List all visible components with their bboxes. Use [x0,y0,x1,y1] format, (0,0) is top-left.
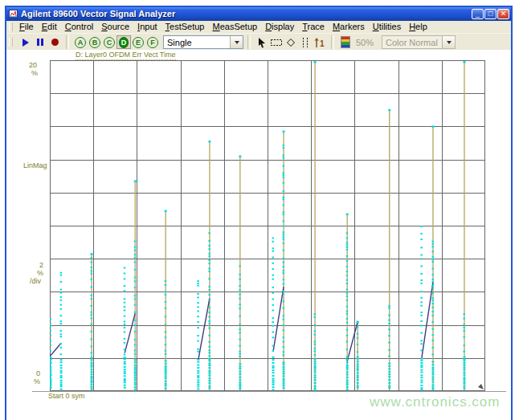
scale-per-div-unit: % [37,269,43,277]
menu-testsetup[interactable]: TestSetup [161,22,209,32]
record-button[interactable] [47,35,62,49]
menu-meassetup[interactable]: MeasSetup [208,22,261,32]
scale-per-div-value: 2 [39,261,43,269]
color-mode-dropdown-button[interactable] [442,36,455,48]
trace-select-group: A B C D E F Single [70,34,247,51]
sweep-mode-combobox[interactable]: Single [163,35,243,49]
pause-icon [37,39,43,46]
x-axis-start-label: Start 0 sym [48,392,85,400]
selection-box-icon [270,37,283,48]
play-button[interactable] [18,35,33,49]
trace-d-button[interactable]: D [116,35,131,49]
chevron-down-icon [447,41,452,44]
y-axis-max-label: 20 [29,61,37,69]
toolbar: A B C D E F Single [6,34,511,51]
toolbar-separator [66,35,69,49]
y-axis-min-unit: % [34,377,40,385]
display-tools-group: 50% Color Normal [335,34,459,51]
window-title: Agilent 89600 Vector Signal Analyzer [21,10,471,18]
chart-client-area: D: Layer0 OFDM Err Vect Time 20 % LinMag… [6,50,511,420]
band-markers-icon [300,37,310,48]
transport-group [15,34,65,51]
selection-box-tool-button[interactable] [269,35,284,49]
menu-source[interactable]: Source [97,22,133,32]
y-axis-format-label: LinMag [23,161,47,169]
scale-per-div-suffix: /div [30,277,41,285]
app-icon [9,10,18,18]
y-axis-min-label: 0 [36,369,40,377]
menu-control[interactable]: Control [61,22,97,32]
y-axis-max-unit: % [31,69,38,77]
x-axis-baseline [32,391,506,392]
menu-input[interactable]: Input [133,22,161,32]
trace-e-button[interactable]: E [131,35,145,49]
offset-marker-tool-button[interactable]: 1 [313,35,327,49]
toolbar-separator [247,35,251,49]
toolbar-separator [331,35,334,49]
trace-f-button[interactable]: F [145,35,160,49]
pause-button[interactable] [33,35,47,49]
menu-help[interactable]: Help [405,22,431,32]
menu-file[interactable]: File [15,22,38,32]
minimize-button[interactable]: _ [472,9,484,19]
watermark-text: www.cntronics.com [370,394,500,410]
color-palette-icon [341,36,350,48]
menu-trace[interactable]: Trace [298,22,329,32]
trace-a-button[interactable]: A [73,35,88,49]
menu-grip [9,22,13,31]
record-icon [51,39,59,46]
title-bar[interactable]: Agilent 89600 Vector Signal Analyzer _ □… [6,7,511,21]
menu-utilities[interactable]: Utilities [369,22,405,32]
ofdm-error-vector-plot [50,60,485,391]
menu-markers[interactable]: Markers [329,22,369,32]
marker-diamond-tool-button[interactable] [284,35,298,49]
trace-title[interactable]: D: Layer0 OFDM Err Vect Time [76,51,176,60]
pointer-tool-button[interactable] [255,35,269,49]
color-mode-combobox[interactable]: Color Normal [382,35,456,49]
menu-display[interactable]: Display [261,22,298,32]
color-palette-button[interactable] [338,35,353,49]
menu-edit[interactable]: Edit [38,22,61,32]
pointer-icon [256,37,268,48]
trace-c-button[interactable]: C [102,35,116,49]
app-window: Agilent 89600 Vector Signal Analyzer _ □… [5,6,513,420]
marker-diamond-icon [285,37,296,48]
color-mode-value: Color Normal [382,38,442,47]
sweep-mode-dropdown-button[interactable] [230,36,243,48]
menu-bar: File Edit Control Source Input TestSetup… [6,21,511,34]
band-markers-tool-button[interactable] [298,35,313,49]
mouse-tools-group: 1 [251,34,330,51]
maximize-button[interactable]: □ [484,9,497,19]
chevron-down-icon [235,41,239,44]
trace-b-button[interactable]: B [88,35,102,49]
zoom-level-label: 50% [356,38,374,47]
trace-plot-area[interactable] [50,60,485,391]
close-button[interactable]: ✕ [497,9,509,19]
offset-marker-1-icon: 1 [314,37,325,48]
toolbar-grip [9,38,13,47]
svg-text:1: 1 [320,39,325,48]
play-icon [22,39,29,47]
sweep-mode-value: Single [164,38,230,47]
